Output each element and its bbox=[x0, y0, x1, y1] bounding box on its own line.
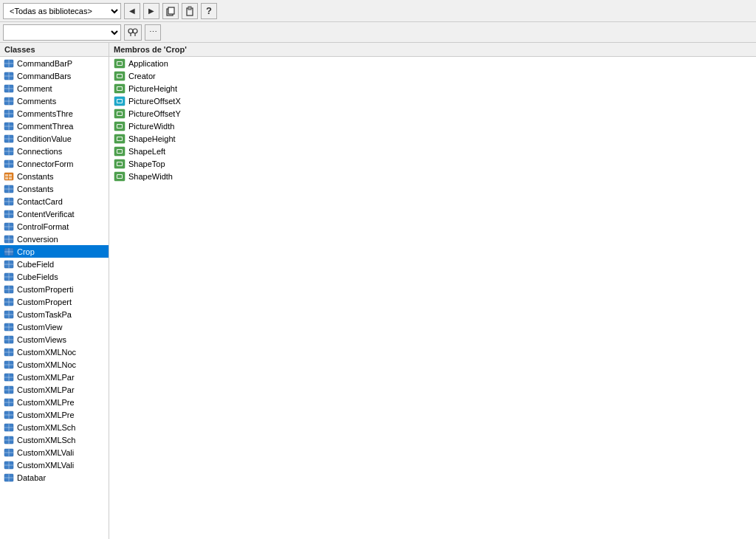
list-item[interactable]: Constants bbox=[0, 170, 109, 182]
members-list[interactable]: ApplicationCreatorPictureHeightPictureOf… bbox=[109, 57, 756, 539]
member-item[interactable]: PictureOffsetY bbox=[109, 107, 756, 120]
list-item[interactable]: Databar bbox=[0, 471, 109, 484]
help-button[interactable]: ? bbox=[201, 3, 217, 19]
class-icon bbox=[3, 309, 15, 320]
list-item[interactable]: CustomProperti bbox=[0, 283, 109, 295]
member-icon bbox=[114, 83, 126, 95]
paste-icon bbox=[185, 6, 195, 16]
class-icon bbox=[3, 83, 15, 95]
list-item[interactable]: CustomPropert bbox=[0, 295, 109, 308]
list-item[interactable]: CubeField bbox=[0, 258, 109, 270]
svg-rect-115 bbox=[117, 62, 122, 65]
list-item[interactable]: CustomXMLPar bbox=[0, 371, 109, 383]
svg-point-4 bbox=[128, 29, 133, 33]
member-item[interactable]: PictureHeight bbox=[109, 82, 756, 95]
classes-list[interactable]: CommandBarPCommandBarsCommentCommentsCom… bbox=[0, 57, 109, 539]
main-panel: Classes CommandBarPCommandBarsCommentCom… bbox=[0, 43, 756, 539]
class-label: CustomXMLNoc bbox=[17, 360, 76, 369]
list-item[interactable]: Conversion bbox=[0, 233, 109, 245]
list-item[interactable]: CustomXMLPre bbox=[0, 396, 109, 408]
class-icon bbox=[3, 233, 15, 245]
extra-button[interactable]: ⋯ bbox=[145, 24, 161, 41]
members-header: Membros de 'Crop' bbox=[109, 43, 756, 57]
class-icon bbox=[3, 346, 15, 358]
list-item[interactable]: Crop bbox=[0, 245, 109, 258]
svg-rect-118 bbox=[117, 75, 122, 78]
list-item[interactable]: Connections bbox=[0, 145, 109, 157]
list-item[interactable]: CustomXMLNoc bbox=[0, 346, 109, 358]
member-icon bbox=[114, 171, 126, 182]
member-item[interactable]: Application bbox=[109, 57, 756, 69]
svg-rect-130 bbox=[117, 125, 122, 128]
class-label: ContactCard bbox=[17, 197, 63, 206]
member-item[interactable]: ShapeTop bbox=[109, 157, 756, 170]
class-icon bbox=[3, 384, 15, 396]
list-item[interactable]: CustomXMLNoc bbox=[0, 358, 109, 371]
list-item[interactable]: Constants bbox=[0, 182, 109, 195]
member-icon bbox=[114, 120, 126, 132]
class-label: CustomXMLVali bbox=[17, 461, 74, 470]
member-label: PictureWidth bbox=[128, 122, 174, 131]
svg-rect-40 bbox=[9, 177, 12, 179]
svg-rect-39 bbox=[5, 177, 8, 179]
forward-button[interactable]: ▶ bbox=[143, 3, 159, 19]
list-item[interactable]: CustomViews bbox=[0, 333, 109, 346]
member-item[interactable]: ShapeLeft bbox=[109, 145, 756, 157]
class-icon bbox=[3, 434, 15, 446]
class-icon bbox=[3, 422, 15, 433]
member-item[interactable]: ShapeHeight bbox=[109, 132, 756, 145]
member-item[interactable]: Creator bbox=[109, 69, 756, 82]
class-icon bbox=[3, 258, 15, 270]
class-icon bbox=[3, 208, 15, 220]
search-dropdown[interactable] bbox=[3, 24, 121, 41]
class-label: ControlFormat bbox=[17, 222, 69, 231]
list-item[interactable]: ContentVerificat bbox=[0, 207, 109, 220]
member-item[interactable]: PictureOffsetX bbox=[109, 95, 756, 107]
member-icon bbox=[114, 133, 126, 145]
member-label: Application bbox=[128, 59, 168, 68]
member-label: ShapeWidth bbox=[128, 172, 173, 181]
svg-rect-136 bbox=[117, 150, 122, 153]
list-item[interactable]: CommentThrea bbox=[0, 120, 109, 132]
class-label: CubeField bbox=[17, 260, 54, 269]
member-item[interactable]: PictureWidth bbox=[109, 120, 756, 132]
list-item[interactable]: CommandBarP bbox=[0, 57, 109, 69]
list-item[interactable]: CubeFields bbox=[0, 270, 109, 283]
list-item[interactable]: ConditionValue bbox=[0, 132, 109, 145]
list-item[interactable]: CustomXMLSch bbox=[0, 433, 109, 446]
list-item[interactable]: Comments bbox=[0, 95, 109, 107]
toolbar-top: <Todas as bibliotecas> ◀ ▶ ? bbox=[0, 0, 756, 22]
paste-button[interactable] bbox=[182, 3, 198, 19]
class-icon bbox=[3, 171, 15, 182]
search-button[interactable] bbox=[124, 24, 142, 41]
class-label: Constants bbox=[17, 172, 54, 181]
class-label: CustomXMLSch bbox=[17, 436, 75, 444]
class-icon bbox=[3, 271, 15, 283]
list-item[interactable]: CustomXMLPar bbox=[0, 383, 109, 396]
member-icon bbox=[114, 58, 126, 69]
member-icon bbox=[114, 108, 126, 120]
list-item[interactable]: Comment bbox=[0, 82, 109, 95]
list-item[interactable]: CustomTaskPa bbox=[0, 308, 109, 320]
list-item[interactable]: ConnectorForm bbox=[0, 157, 109, 170]
svg-rect-38 bbox=[9, 174, 12, 176]
class-label: Connections bbox=[17, 147, 62, 156]
list-item[interactable]: CustomView bbox=[0, 320, 109, 333]
list-item[interactable]: ContactCard bbox=[0, 195, 109, 207]
list-item[interactable]: CustomXMLVali bbox=[0, 459, 109, 471]
copy-button[interactable] bbox=[162, 3, 179, 19]
svg-rect-3 bbox=[188, 7, 191, 10]
members-panel: Membros de 'Crop' ApplicationCreatorPict… bbox=[109, 43, 756, 539]
member-item[interactable]: ShapeWidth bbox=[109, 170, 756, 182]
class-icon bbox=[3, 371, 15, 383]
list-item[interactable]: CustomXMLVali bbox=[0, 446, 109, 459]
list-item[interactable]: CustomXMLSch bbox=[0, 421, 109, 433]
member-label: PictureOffsetX bbox=[128, 97, 181, 106]
list-item[interactable]: CommentsThre bbox=[0, 107, 109, 120]
list-item[interactable]: CommandBars bbox=[0, 69, 109, 82]
back-button[interactable]: ◀ bbox=[124, 3, 140, 19]
list-item[interactable]: CustomXMLPre bbox=[0, 408, 109, 421]
library-dropdown[interactable]: <Todas as bibliotecas> bbox=[3, 3, 121, 19]
list-item[interactable]: ControlFormat bbox=[0, 220, 109, 233]
classes-panel: Classes CommandBarPCommandBarsCommentCom… bbox=[0, 43, 109, 539]
